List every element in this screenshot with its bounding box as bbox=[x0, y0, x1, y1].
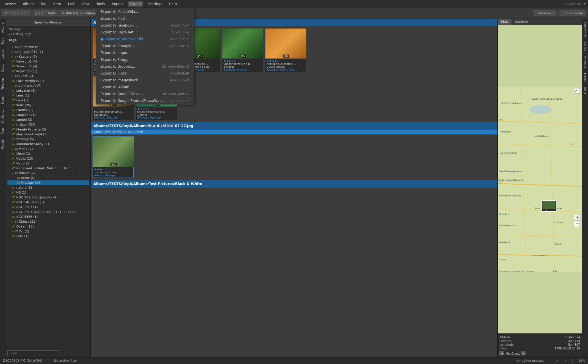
tag-ort[interactable]: ▸🏷 Ort (2) bbox=[7, 229, 89, 234]
side-tab-tags[interactable]: Tags bbox=[0, 36, 6, 47]
export-yandex[interactable]: ● Export to Yandex.Fotki...Alt+Shift+Y bbox=[96, 36, 194, 43]
tag-move[interactable]: 🏷 Move (1) bbox=[7, 151, 89, 156]
tag-arche[interactable]: 🏷 Arche (6) bbox=[7, 176, 89, 180]
menu-album[interactable]: Album bbox=[21, 1, 35, 7]
search-area bbox=[6, 349, 90, 357]
tag-lake-michigan[interactable]: 🏷 Lake Michigan (1) bbox=[7, 79, 89, 83]
status-nav-forward[interactable]: ▷ bbox=[564, 359, 566, 363]
side-tab-map[interactable]: Map bbox=[0, 126, 6, 136]
status-nav-back[interactable]: ◁ bbox=[556, 359, 558, 363]
tag-nb[interactable]: 🏷 NB (1) bbox=[7, 190, 89, 195]
tag-keyword1[interactable]: 🏷 Keyword1 (4) bbox=[7, 59, 89, 64]
menu-settings[interactable]: Settings bbox=[146, 1, 164, 7]
menu-browse[interactable]: Browse bbox=[2, 1, 18, 7]
tag-maison[interactable]: 🏷 maison (34) bbox=[7, 122, 89, 127]
light-table-button[interactable]: ◻ Light Table bbox=[33, 10, 59, 16]
side-tab-timeline[interactable]: Timeline bbox=[0, 75, 6, 92]
export-smugmug[interactable]: Export to SmugMug...Alt+Shift+S bbox=[96, 43, 194, 49]
tag-mamie-paulette[interactable]: 🏷 Mamie Paulette (5) bbox=[7, 127, 89, 132]
export-dropbox[interactable]: Export to Dropbox...Ctrl+Alt+Shift+D bbox=[96, 63, 194, 70]
export-rajce[interactable]: Export to Rajce.net...Alt+Shift+J bbox=[96, 29, 194, 36]
right-tab-filters[interactable]: Filters bbox=[583, 71, 587, 84]
tag-ngc2207-iras[interactable]: 🏷 NGC 2207, IRAS 06142-2121, IC 2163... bbox=[7, 210, 89, 214]
export-imgur[interactable]: Export to Imgur... bbox=[96, 49, 194, 56]
slideshow-button[interactable]: Slideshow ▾ bbox=[533, 10, 557, 16]
tag-ngc281[interactable]: 🏷 NGC 281, bok globules (1) bbox=[7, 195, 89, 200]
tag-looptrail[interactable]: 🏷 LoopTrail (1) bbox=[7, 112, 89, 117]
latitude-value: 43.5434 bbox=[568, 339, 580, 343]
tag-lens[interactable]: 🏷 Lens (1) bbox=[7, 93, 89, 98]
export-jalbum[interactable]: Export to jAlbum bbox=[96, 84, 194, 91]
image-editor-button[interactable]: ⊞ Image Editor bbox=[2, 10, 31, 16]
photo-item-antilope[interactable]: JPG ★★★★☆ Antilope aux sabres i... Quatr… bbox=[265, 28, 307, 72]
side-tab-albums[interactable]: Albums bbox=[0, 20, 6, 35]
menu-view[interactable]: View bbox=[80, 1, 91, 7]
tag-monkey[interactable]: 🏷 monkey (5) bbox=[7, 137, 89, 142]
export-google-photos[interactable]: Export to Google Photos/PicasaWeb...Alt+… bbox=[96, 97, 194, 104]
tag-luoghi[interactable]: 🏷 Luoghi (3) bbox=[7, 117, 89, 122]
tag-janvier2012[interactable]: ▸🏷 janvier2012 (1) bbox=[7, 49, 89, 54]
tag-leksaker[interactable]: 🏷 Leksaker (1) bbox=[7, 88, 89, 93]
photo-format-sainte-victoire: JPG bbox=[110, 163, 117, 166]
map-next-button[interactable]: ▶ bbox=[521, 351, 526, 355]
search-input[interactable] bbox=[7, 350, 59, 356]
export-flickr[interactable]: Export to Flickr...Alt+Shift+R bbox=[96, 70, 194, 77]
side-tab-search[interactable]: Search bbox=[0, 92, 6, 106]
tag-jahreszeit[interactable]: ▸🏷 Jahreszeit (6) bbox=[7, 45, 89, 49]
tag-nature-lower[interactable]: 🏷 nature (3) bbox=[7, 185, 89, 190]
export-flash[interactable]: Export to Flash... bbox=[96, 15, 194, 22]
tag-keepers[interactable]: ▸🏷 Keepers (2) bbox=[7, 54, 89, 59]
tag-monument-valley[interactable]: 🏷 Monument Valley (1) bbox=[7, 142, 89, 146]
tag-ngc2207[interactable]: 🏷 NGC 2207 (1) bbox=[7, 205, 89, 210]
map-tab-plan[interactable]: Plan bbox=[498, 19, 511, 25]
tag-manager-header[interactable]: Open Tag Manager bbox=[6, 19, 90, 26]
map-prev-button[interactable]: ◀ bbox=[499, 351, 504, 355]
menu-edit[interactable]: Edit bbox=[66, 1, 76, 7]
tag-orte[interactable]: 🏷 Orte (1) bbox=[7, 234, 89, 239]
menu-export[interactable]: Export bbox=[128, 1, 143, 7]
tag-kunst[interactable]: ▸🏷 Kunst (2) bbox=[7, 74, 89, 79]
right-tab-properties[interactable]: Properties bbox=[583, 20, 587, 39]
menu-item[interactable]: Item bbox=[52, 1, 63, 7]
side-tab-people[interactable]: People bbox=[0, 137, 6, 151]
menu-tag[interactable]: Tag bbox=[39, 1, 48, 7]
right-tab-colors[interactable]: Colors bbox=[583, 40, 587, 53]
menu-import[interactable]: Import bbox=[110, 1, 125, 7]
side-tab-labels[interactable]: Labels bbox=[0, 47, 6, 61]
tag-london[interactable]: 🏷 London (1) bbox=[7, 108, 89, 112]
tag-ngc5866[interactable]: 🏷 NGC 5866 (1) bbox=[7, 214, 89, 219]
export-facebook[interactable]: Export to Facebook...Alt+Shift+F bbox=[96, 22, 194, 29]
tag-lieux[interactable]: 🏷 lieux (26) bbox=[7, 103, 89, 108]
tag-paysage[interactable]: 🏷 Paysage (54) bbox=[7, 180, 89, 185]
left-sidebar: Open Tag Manager No Tags ▸ Existing Tags… bbox=[6, 19, 91, 357]
export-mediawiki[interactable]: Export to MediaWiki... bbox=[96, 8, 194, 15]
tag-ocean[interactable]: 🏷 Océan (18) bbox=[7, 224, 89, 229]
photo-item-sainte-victoire[interactable]: ↺ JPG ★★★☆☆ La sainte victoire Nature, P… bbox=[93, 136, 134, 178]
tag-nature[interactable]: ▾🏷 Nature (2) bbox=[7, 171, 89, 176]
export-piwigo[interactable]: Export to Piwigo... bbox=[96, 56, 194, 63]
right-tab-versions[interactable]: Versions bbox=[583, 54, 587, 70]
svg-text:Aix-en-Provence: Aix-en-Provence bbox=[499, 224, 515, 227]
side-tab-similarity[interactable]: Similarity bbox=[0, 107, 6, 125]
tag-natur-technik[interactable]: 🏷 Natur und Technik, Natur und Techni... bbox=[7, 166, 89, 171]
menu-help[interactable]: Help bbox=[167, 1, 178, 7]
fullscreen-button[interactable]: ⛶ Plein écran bbox=[559, 10, 586, 16]
right-tab-tools[interactable]: Tools bbox=[583, 85, 587, 96]
map-tab-satellite[interactable]: Satellite bbox=[511, 19, 531, 25]
tag-object[interactable]: ▸🏷 Object (11) bbox=[7, 219, 89, 224]
tag-keyword3[interactable]: 🏷 Keyword3 (1) bbox=[7, 69, 89, 74]
photo-format-mesas: JPG bbox=[196, 55, 203, 58]
tag-motiv[interactable]: ▸🏷 Motiv (7) bbox=[7, 146, 89, 151]
menu-tools[interactable]: Tools bbox=[95, 1, 107, 7]
export-imageshack[interactable]: Export to Imageshack...Alt+Shift+M bbox=[96, 77, 194, 84]
side-tab-dates[interactable]: Dates bbox=[0, 62, 6, 75]
export-google-drive[interactable]: Export to Google Drive...Ctrl+Alt+Shift+… bbox=[96, 91, 194, 97]
tag-keyword2[interactable]: 🏷 Keyword2 (4) bbox=[7, 64, 89, 69]
tag-nathu[interactable]: 🏷 Nathu (13) bbox=[7, 156, 89, 161]
photo-item-chemin[interactable]: JPG ★★★☆☆ Chemin forestier à R... 3 étoi… bbox=[222, 28, 263, 72]
tag-landschaft[interactable]: ▸🏷 Landschaft (7) bbox=[7, 83, 89, 88]
tag-natur[interactable]: 🏷 Natur (3) bbox=[7, 161, 89, 166]
tag-lieu[interactable]: 🏷 Lieu (1) bbox=[7, 98, 89, 103]
tag-ngc346[interactable]: 🏷 NGC 346, N66 (1) bbox=[7, 200, 89, 205]
tag-may-street-pond[interactable]: 🏷 May Street Pond (1) bbox=[7, 132, 89, 137]
